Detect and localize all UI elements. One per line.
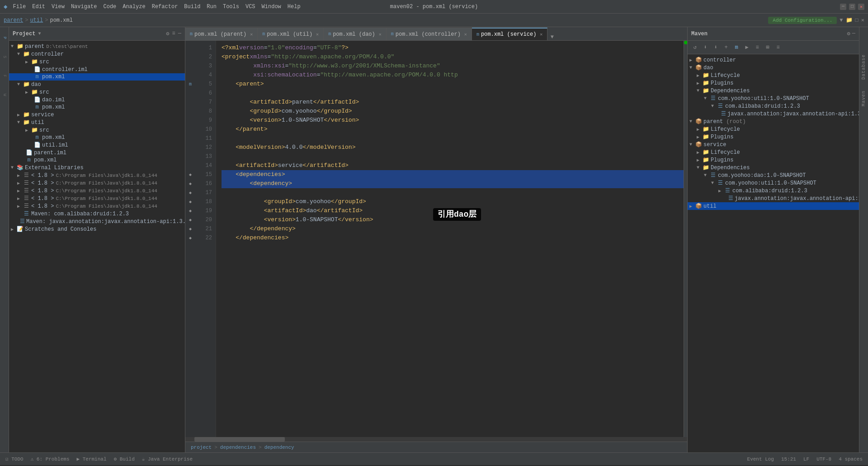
- tree-item-dao-iml[interactable]: 📄 dao.iml: [9, 96, 185, 104]
- breadcrumb-item-parent[interactable]: parent: [4, 17, 23, 24]
- menu-item-file[interactable]: File: [13, 4, 26, 10]
- menu-item-refactor[interactable]: Refactor: [152, 4, 178, 10]
- maven-tree-controller[interactable]: ▶ 📦 controller: [688, 56, 859, 64]
- maven-dep-druid-dao[interactable]: ▼ ☰ com.alibaba:druid:1.2.3: [688, 102, 859, 110]
- tab-pom-service[interactable]: m pom.xml (service) ✕: [472, 28, 547, 40]
- menu-item-navigate[interactable]: Navigate: [71, 4, 97, 10]
- tree-item-util-src[interactable]: ▶ 📁 src: [9, 126, 185, 134]
- maven-tree-parent-plugins[interactable]: ▶ 📁 Plugins: [688, 133, 859, 141]
- settings-icon[interactable]: ≡: [172, 30, 175, 37]
- tool-icon2[interactable]: □: [855, 17, 859, 24]
- maven-tree-dao-lifecycle[interactable]: ▶ 📁 Lifecycle: [688, 71, 859, 79]
- maximize-button[interactable]: □: [849, 4, 855, 10]
- tree-item-util-iml[interactable]: 📄 util.iml: [9, 141, 185, 149]
- tree-item-scratches[interactable]: ▶ 📝 Scratches and Consoles: [9, 225, 185, 233]
- maven-download-src-btn[interactable]: ⬇: [711, 43, 720, 52]
- project-panel-dropdown-icon[interactable]: ▼: [38, 31, 41, 36]
- breadcrumb-project[interactable]: project: [191, 445, 212, 450]
- run-config-btn[interactable]: Add Configuration...: [768, 17, 837, 24]
- tab-pom-util[interactable]: m pom.xml (util) ✕: [258, 28, 324, 40]
- maven-tree-service[interactable]: ▼ 📦 service: [688, 141, 859, 148]
- maven-settings-icon[interactable]: ⚙: [847, 30, 850, 37]
- maven-minimize-icon[interactable]: ─: [852, 30, 855, 37]
- tree-item-controller-pom[interactable]: m pom.xml: [9, 73, 185, 81]
- menu-item-build[interactable]: Build: [184, 4, 200, 10]
- menu-item-vcs[interactable]: VCS: [245, 4, 255, 10]
- maven-add-btn[interactable]: +: [722, 43, 731, 52]
- tree-item-controller-src[interactable]: ▶ 📁 src: [9, 58, 185, 66]
- maven-refresh-btn[interactable]: ↺: [690, 43, 699, 52]
- scrollbar-thumb[interactable]: [194, 437, 285, 442]
- minimize-panel-icon[interactable]: ─: [178, 30, 181, 37]
- maven-download-btn[interactable]: ⬇: [701, 43, 710, 52]
- tree-item-dao[interactable]: ▼ 📁 dao: [9, 81, 185, 88]
- maven-lifecycle-btn[interactable]: ≡: [753, 43, 762, 52]
- minimize-button[interactable]: ─: [840, 4, 846, 10]
- tab-close-icon[interactable]: ✕: [540, 32, 542, 37]
- java-enterprise-btn[interactable]: ☕ Java Enterprise: [142, 456, 193, 462]
- web-icon[interactable]: W: [1, 86, 8, 104]
- structure-icon[interactable]: S: [1, 48, 8, 66]
- maven-dep-util-snapshot[interactable]: ▼ ☰ com.yoohoo:util:1.0-SNAPSHOT: [688, 95, 859, 102]
- tab-close-icon[interactable]: ✕: [464, 32, 467, 37]
- tab-close-icon[interactable]: ✕: [250, 32, 253, 37]
- tree-item-lib4[interactable]: ▶ ☰ < 1.8 > C:\Program Files\Java\jdk1.8…: [9, 195, 185, 202]
- maven-sidebar-label[interactable]: Maven: [861, 90, 866, 108]
- menu-item-run[interactable]: Run: [207, 4, 217, 10]
- tool-icon3[interactable]: ✕: [861, 17, 864, 24]
- line-ending-label[interactable]: LF: [803, 456, 809, 462]
- tree-item-dao-src[interactable]: ▶ 📁 src: [9, 88, 185, 96]
- tree-item-druid[interactable]: ☰ Maven: com.alibaba:druid:1.2.3: [9, 210, 185, 218]
- tree-item-controller-iml[interactable]: 📄 controller.iml: [9, 66, 185, 73]
- maven-tree-dao-deps[interactable]: ▼ 📁 Dependencies: [688, 87, 859, 95]
- tree-item-lib2[interactable]: ▶ ☰ < 1.8 > C:\Program Files\Java\jdk1.8…: [9, 179, 185, 187]
- maven-tree-service-deps[interactable]: ▼ 📁 Dependencies: [688, 164, 859, 171]
- breadcrumb-dependencies[interactable]: dependencies: [220, 445, 256, 450]
- maven-tree-service-plugins[interactable]: ▶ 📁 Plugins: [688, 156, 859, 164]
- menu-item-view[interactable]: View: [52, 4, 65, 10]
- maven-tree-parent[interactable]: ▼ 📦 parent (root): [688, 118, 859, 125]
- encoding-label[interactable]: UTF-8: [816, 456, 831, 462]
- tree-item-ext-libs[interactable]: ▼ 📚 External Libraries: [9, 164, 185, 171]
- maven-M-btn[interactable]: m: [732, 43, 741, 52]
- todo-btn[interactable]: ☑ TODO: [5, 456, 24, 462]
- maven-tree-util[interactable]: ▶ 📦 util: [688, 202, 859, 210]
- tree-item-javax[interactable]: ☰ Maven: javax.annotation:javax.annotati…: [9, 218, 185, 225]
- favorites-icon[interactable]: F: [1, 67, 8, 85]
- window-controls[interactable]: ─ □ ✕: [840, 4, 864, 10]
- tree-item-parent[interactable]: ▼ 📁 parent D:\test\parent: [9, 43, 185, 50]
- maven-dep-javax-service[interactable]: ☰ javax.annotation:javax.annotation-api:…: [688, 195, 859, 202]
- tab-pom-controller[interactable]: m pom.xml (controller) ✕: [387, 28, 472, 40]
- sync-icon[interactable]: ⚙: [166, 30, 169, 37]
- tree-item-parent-pom[interactable]: m pom.xml: [9, 157, 185, 164]
- maven-dep-dao-snapshot[interactable]: ▼ ☰ com.yoohoo:dao:1.0-SNAPSHOT: [688, 171, 859, 179]
- maven-dep-javax-dao[interactable]: ☰ javax.annotation:javax.annotation-api:…: [688, 110, 859, 118]
- maven-collapse-btn[interactable]: ≡: [774, 43, 783, 52]
- tree-item-controller[interactable]: ▼ 📁 controller: [9, 50, 185, 58]
- problems-btn[interactable]: ⚠ 6: Problems: [31, 456, 70, 462]
- maven-tree-dao[interactable]: ▼ 📦 dao: [688, 64, 859, 71]
- breadcrumb-item-util[interactable]: util: [30, 17, 43, 24]
- menu-item-analyze[interactable]: Analyze: [123, 4, 145, 10]
- tool-icon1[interactable]: 📁: [846, 17, 853, 24]
- breadcrumb-item-pomxml[interactable]: pom.xml: [50, 17, 72, 24]
- database-sidebar-label[interactable]: Database: [861, 54, 866, 81]
- menu-item-help[interactable]: Help: [288, 4, 301, 10]
- menu-bar[interactable]: FileEditViewNavigateCodeAnalyzeRefactorB…: [13, 4, 300, 10]
- menu-item-code[interactable]: Code: [103, 4, 116, 10]
- tab-pom-parent[interactable]: m pom.xml (parent) ✕: [185, 28, 258, 40]
- menu-item-window[interactable]: Window: [262, 4, 281, 10]
- tree-item-lib5[interactable]: ▶ ☰ < 1.8 > C:\Program Files\Java\jdk1.8…: [9, 202, 185, 210]
- horizontal-scrollbar[interactable]: [185, 437, 687, 442]
- breadcrumb-dependency[interactable]: dependency: [264, 445, 294, 450]
- tree-item-parent-iml[interactable]: 📄 parent.iml: [9, 149, 185, 157]
- tree-item-util-pom[interactable]: m pom.xml: [9, 134, 185, 141]
- menu-item-edit[interactable]: Edit: [32, 4, 45, 10]
- terminal-btn[interactable]: ▶ Terminal: [76, 456, 106, 462]
- vcs-icon[interactable]: ▼: [840, 17, 843, 24]
- tree-item-lib3[interactable]: ▶ ☰ < 1.8 > C:\Program Files\Java\jdk1.8…: [9, 187, 185, 195]
- code-editor[interactable]: <?xml version="1.0" encoding="UTF-8"?> <…: [216, 41, 684, 437]
- close-button[interactable]: ✕: [858, 4, 864, 10]
- maven-dep-druid-service[interactable]: ▶ ☰ com.alibaba:druid:1.2.3: [688, 187, 859, 195]
- tab-close-icon[interactable]: ✕: [316, 32, 319, 37]
